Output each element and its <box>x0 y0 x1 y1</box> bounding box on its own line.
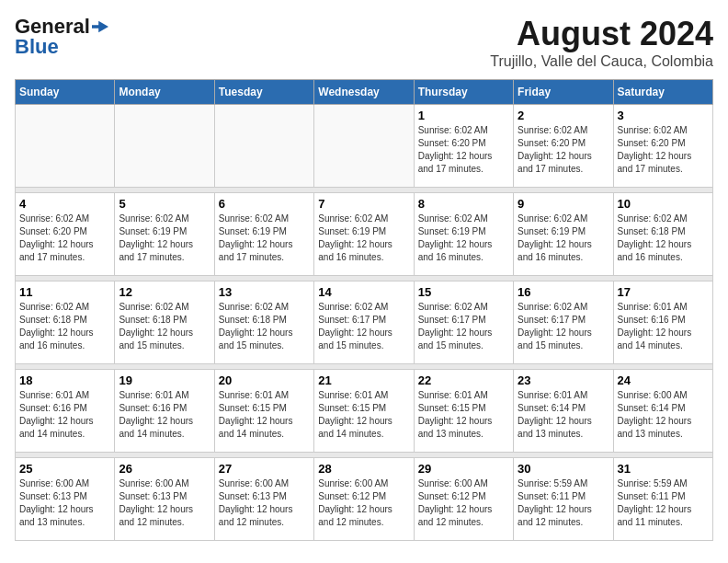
logo-blue: Blue <box>15 35 59 59</box>
logo-arrow-icon <box>92 20 108 33</box>
day-number: 10 <box>618 197 709 211</box>
day-info: Sunrise: 6:02 AM Sunset: 6:19 PM Dayligh… <box>518 213 609 264</box>
calendar-cell: 10Sunrise: 6:02 AM Sunset: 6:18 PM Dayli… <box>613 193 712 276</box>
day-number: 3 <box>618 109 709 122</box>
day-info: Sunrise: 6:01 AM Sunset: 6:15 PM Dayligh… <box>318 389 409 441</box>
subtitle: Trujillo, Valle del Cauca, Colombia <box>490 53 713 70</box>
day-number: 31 <box>618 462 709 476</box>
weekday-header-saturday: Saturday <box>613 80 712 105</box>
day-info: Sunrise: 6:02 AM Sunset: 6:18 PM Dayligh… <box>618 213 709 264</box>
day-info: Sunrise: 6:02 AM Sunset: 6:20 PM Dayligh… <box>418 124 509 176</box>
calendar-cell: 26Sunrise: 6:00 AM Sunset: 6:13 PM Dayli… <box>115 458 214 541</box>
calendar-cell: 31Sunrise: 5:59 AM Sunset: 6:11 PM Dayli… <box>613 458 712 541</box>
day-info: Sunrise: 6:02 AM Sunset: 6:17 PM Dayligh… <box>318 301 409 352</box>
calendar-cell: 8Sunrise: 6:02 AM Sunset: 6:19 PM Daylig… <box>414 193 513 276</box>
calendar-cell: 1Sunrise: 6:02 AM Sunset: 6:20 PM Daylig… <box>414 105 513 188</box>
day-number: 18 <box>19 373 110 387</box>
day-info: Sunrise: 6:02 AM Sunset: 6:18 PM Dayligh… <box>119 301 210 352</box>
day-info: Sunrise: 6:02 AM Sunset: 6:19 PM Dayligh… <box>219 213 310 264</box>
day-number: 14 <box>318 285 409 299</box>
calendar-cell <box>115 105 214 188</box>
calendar-week-row: 1Sunrise: 6:02 AM Sunset: 6:20 PM Daylig… <box>16 105 713 188</box>
calendar-cell: 15Sunrise: 6:02 AM Sunset: 6:17 PM Dayli… <box>414 282 513 364</box>
day-info: Sunrise: 6:02 AM Sunset: 6:18 PM Dayligh… <box>19 301 110 352</box>
day-number: 27 <box>219 462 310 476</box>
day-number: 9 <box>518 197 609 211</box>
day-info: Sunrise: 6:02 AM Sunset: 6:20 PM Dayligh… <box>19 213 110 264</box>
day-info: Sunrise: 6:02 AM Sunset: 6:20 PM Dayligh… <box>618 124 709 176</box>
day-number: 8 <box>418 197 509 211</box>
day-number: 16 <box>518 285 609 299</box>
day-number: 21 <box>318 373 409 387</box>
main-title: August 2024 <box>490 15 713 53</box>
day-info: Sunrise: 6:01 AM Sunset: 6:16 PM Dayligh… <box>19 389 110 441</box>
day-number: 2 <box>518 109 609 122</box>
day-number: 5 <box>119 197 210 211</box>
calendar-cell: 21Sunrise: 6:01 AM Sunset: 6:15 PM Dayli… <box>314 370 414 453</box>
day-info: Sunrise: 6:02 AM Sunset: 6:17 PM Dayligh… <box>418 301 509 352</box>
day-number: 12 <box>119 285 210 299</box>
weekday-header-monday: Monday <box>115 80 214 105</box>
day-info: Sunrise: 6:01 AM Sunset: 6:15 PM Dayligh… <box>418 389 509 441</box>
day-number: 30 <box>518 462 609 476</box>
day-info: Sunrise: 6:00 AM Sunset: 6:12 PM Dayligh… <box>418 477 509 529</box>
day-number: 25 <box>19 462 110 476</box>
day-number: 19 <box>119 373 210 387</box>
day-info: Sunrise: 6:02 AM Sunset: 6:18 PM Dayligh… <box>219 301 310 352</box>
calendar-table: SundayMondayTuesdayWednesdayThursdayFrid… <box>15 79 713 541</box>
calendar-cell: 23Sunrise: 6:01 AM Sunset: 6:14 PM Dayli… <box>514 370 613 453</box>
calendar-cell: 14Sunrise: 6:02 AM Sunset: 6:17 PM Dayli… <box>314 282 414 364</box>
calendar-cell: 12Sunrise: 6:02 AM Sunset: 6:18 PM Dayli… <box>115 282 214 364</box>
day-info: Sunrise: 6:01 AM Sunset: 6:16 PM Dayligh… <box>618 301 709 352</box>
day-info: Sunrise: 6:00 AM Sunset: 6:13 PM Dayligh… <box>19 477 110 529</box>
weekday-header-row: SundayMondayTuesdayWednesdayThursdayFrid… <box>16 80 713 105</box>
calendar-cell: 11Sunrise: 6:02 AM Sunset: 6:18 PM Dayli… <box>16 282 115 364</box>
calendar-cell <box>16 105 115 188</box>
calendar-cell: 16Sunrise: 6:02 AM Sunset: 6:17 PM Dayli… <box>514 282 613 364</box>
day-info: Sunrise: 5:59 AM Sunset: 6:11 PM Dayligh… <box>518 477 609 529</box>
weekday-header-sunday: Sunday <box>16 80 115 105</box>
calendar-cell: 9Sunrise: 6:02 AM Sunset: 6:19 PM Daylig… <box>514 193 613 276</box>
calendar-cell: 17Sunrise: 6:01 AM Sunset: 6:16 PM Dayli… <box>613 282 712 364</box>
calendar-cell <box>214 105 313 188</box>
day-info: Sunrise: 6:00 AM Sunset: 6:14 PM Dayligh… <box>618 389 709 441</box>
day-info: Sunrise: 6:00 AM Sunset: 6:12 PM Dayligh… <box>318 477 409 529</box>
calendar-cell <box>314 105 414 188</box>
day-info: Sunrise: 6:01 AM Sunset: 6:14 PM Dayligh… <box>518 389 609 441</box>
day-info: Sunrise: 6:00 AM Sunset: 6:13 PM Dayligh… <box>219 477 310 529</box>
calendar-week-row: 18Sunrise: 6:01 AM Sunset: 6:16 PM Dayli… <box>16 370 713 453</box>
calendar-week-row: 25Sunrise: 6:00 AM Sunset: 6:13 PM Dayli… <box>16 458 713 541</box>
day-number: 4 <box>19 197 110 211</box>
day-number: 28 <box>318 462 409 476</box>
calendar-cell: 13Sunrise: 6:02 AM Sunset: 6:18 PM Dayli… <box>214 282 313 364</box>
weekday-header-thursday: Thursday <box>414 80 513 105</box>
day-info: Sunrise: 6:02 AM Sunset: 6:17 PM Dayligh… <box>518 301 609 352</box>
day-number: 6 <box>219 197 310 211</box>
calendar-cell: 27Sunrise: 6:00 AM Sunset: 6:13 PM Dayli… <box>214 458 313 541</box>
calendar-cell: 5Sunrise: 6:02 AM Sunset: 6:19 PM Daylig… <box>115 193 214 276</box>
calendar-cell: 3Sunrise: 6:02 AM Sunset: 6:20 PM Daylig… <box>613 105 712 188</box>
calendar-cell: 7Sunrise: 6:02 AM Sunset: 6:19 PM Daylig… <box>314 193 414 276</box>
svg-marker-0 <box>92 21 108 33</box>
calendar-cell: 30Sunrise: 5:59 AM Sunset: 6:11 PM Dayli… <box>514 458 613 541</box>
calendar-week-row: 11Sunrise: 6:02 AM Sunset: 6:18 PM Dayli… <box>16 282 713 364</box>
day-info: Sunrise: 6:02 AM Sunset: 6:19 PM Dayligh… <box>418 213 509 264</box>
calendar-cell: 4Sunrise: 6:02 AM Sunset: 6:20 PM Daylig… <box>16 193 115 276</box>
day-number: 15 <box>418 285 509 299</box>
day-info: Sunrise: 5:59 AM Sunset: 6:11 PM Dayligh… <box>618 477 709 529</box>
day-number: 20 <box>219 373 310 387</box>
calendar-cell: 2Sunrise: 6:02 AM Sunset: 6:20 PM Daylig… <box>514 105 613 188</box>
weekday-header-friday: Friday <box>514 80 613 105</box>
title-block: August 2024 Trujillo, Valle del Cauca, C… <box>490 15 713 70</box>
calendar-cell: 20Sunrise: 6:01 AM Sunset: 6:15 PM Dayli… <box>214 370 313 453</box>
calendar-cell: 28Sunrise: 6:00 AM Sunset: 6:12 PM Dayli… <box>314 458 414 541</box>
calendar-cell: 24Sunrise: 6:00 AM Sunset: 6:14 PM Dayli… <box>613 370 712 453</box>
day-info: Sunrise: 6:01 AM Sunset: 6:16 PM Dayligh… <box>119 389 210 441</box>
day-number: 17 <box>618 285 709 299</box>
calendar-cell: 18Sunrise: 6:01 AM Sunset: 6:16 PM Dayli… <box>16 370 115 453</box>
day-number: 1 <box>418 109 509 122</box>
day-number: 13 <box>219 285 310 299</box>
weekday-header-tuesday: Tuesday <box>214 80 313 105</box>
day-number: 23 <box>518 373 609 387</box>
day-number: 7 <box>318 197 409 211</box>
